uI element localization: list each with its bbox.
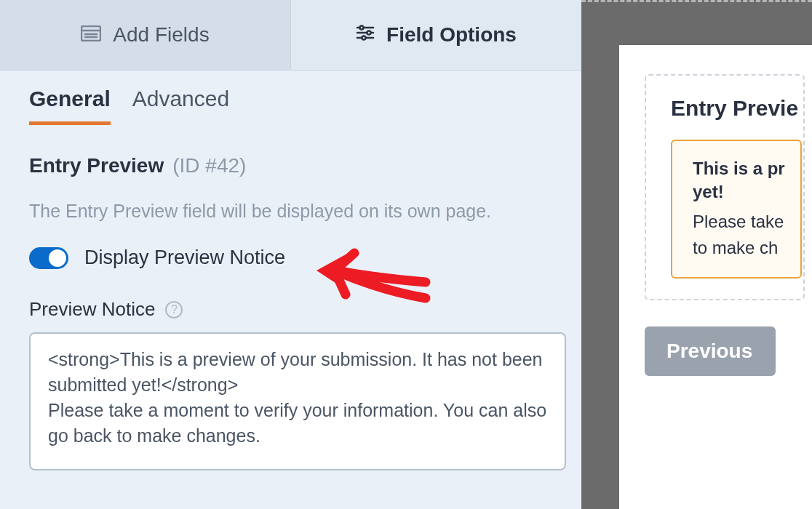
notice-box: This is a pr yet! Please take to make ch <box>671 140 802 278</box>
toggle-knob <box>49 249 66 267</box>
subtab-advanced[interactable]: Advanced <box>132 87 229 125</box>
preview-notice-label: Preview Notice <box>29 298 155 321</box>
notice-strong-line2: yet! <box>693 182 724 201</box>
tab-add-fields-label: Add Fields <box>113 23 209 47</box>
subtab-general[interactable]: General <box>29 87 111 125</box>
display-preview-notice-toggle[interactable] <box>29 247 68 269</box>
section-hint: The Entry Preview field will be displaye… <box>29 201 552 222</box>
tab-field-options[interactable]: Field Options <box>291 0 581 70</box>
section-id: (ID #42) <box>172 154 246 177</box>
preview-notice-textarea[interactable] <box>29 332 566 470</box>
entry-preview-title: Entry Previe <box>671 96 803 121</box>
tab-add-fields[interactable]: Add Fields <box>0 0 291 70</box>
list-icon <box>81 23 101 47</box>
notice-line2: to make ch <box>693 238 778 257</box>
section-title: Entry Preview <box>29 154 164 177</box>
previous-button[interactable]: Previous <box>645 326 776 376</box>
notice-line1: Please take <box>693 212 784 231</box>
svg-point-7 <box>367 31 371 34</box>
svg-point-5 <box>360 25 364 29</box>
notice-strong-line1: This is a pr <box>693 159 785 178</box>
tab-field-options-label: Field Options <box>386 23 517 47</box>
entry-preview-box: Entry Previe This is a pr yet! Please ta… <box>645 74 805 300</box>
sliders-icon <box>356 23 375 47</box>
help-icon[interactable]: ? <box>165 301 183 318</box>
display-preview-notice-label: Display Preview Notice <box>84 247 285 269</box>
svg-point-9 <box>362 36 366 39</box>
